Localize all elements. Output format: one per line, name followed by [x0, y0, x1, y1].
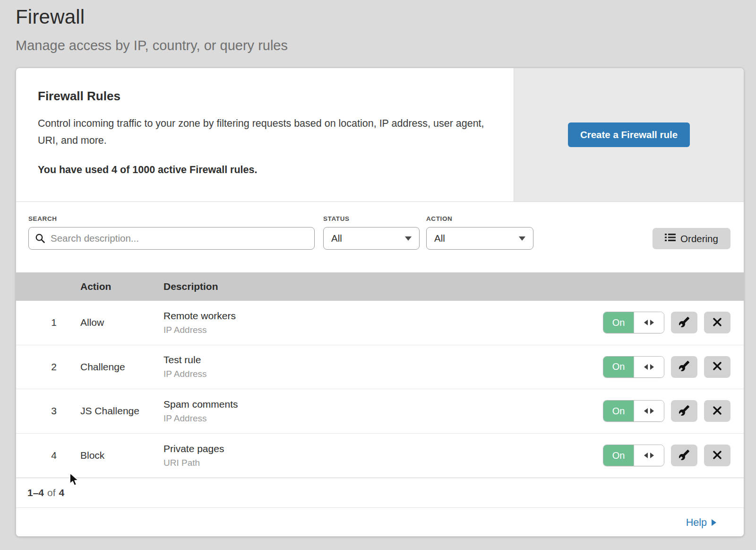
create-firewall-rule-button[interactable]: Create a Firewall rule	[568, 122, 690, 147]
x-icon	[713, 361, 722, 372]
rule-enabled-toggle[interactable]: On	[603, 445, 664, 466]
table-header: Action Description	[16, 272, 744, 301]
rule-enabled-toggle[interactable]: On	[603, 356, 664, 378]
rule-priority: 1	[27, 317, 80, 328]
rules-heading: Firewall Rules	[38, 89, 495, 104]
ordering-button-label: Ordering	[680, 233, 718, 244]
pagination-bar: 1–4 of 4	[16, 478, 744, 507]
table-row: 3 JS Challenge Spam comments IP Address …	[16, 389, 744, 434]
toggle-on-label: On	[603, 401, 634, 421]
pagination-total: 4	[59, 487, 65, 498]
delete-rule-button[interactable]	[704, 400, 730, 422]
rule-description: Spam comments	[163, 399, 603, 410]
rule-match-type: IP Address	[163, 413, 603, 424]
rule-action: Challenge	[80, 361, 163, 373]
rule-description: Remote workers	[163, 310, 603, 322]
rule-action: Block	[80, 450, 163, 461]
rule-match-type: IP Address	[163, 369, 603, 379]
rule-description-cell: Spam comments IP Address	[163, 399, 603, 424]
delete-rule-button[interactable]	[704, 356, 730, 378]
edit-rule-button[interactable]	[671, 400, 697, 422]
chevron-down-icon	[405, 236, 412, 241]
table-row: 1 Allow Remote workers IP Address On	[16, 301, 744, 345]
delete-rule-button[interactable]	[704, 445, 730, 466]
left-right-arrows-icon	[634, 401, 664, 421]
edit-rule-button[interactable]	[671, 312, 697, 333]
left-right-arrows-icon	[634, 312, 664, 333]
rule-action: Allow	[80, 317, 163, 328]
rule-enabled-toggle[interactable]: On	[603, 400, 664, 422]
rule-priority: 4	[27, 450, 80, 461]
create-rule-panel: Create a Firewall rule	[514, 68, 744, 201]
rule-match-type: IP Address	[163, 325, 603, 335]
header-description-col: Description	[163, 281, 744, 292]
pagination-range: 1–4	[27, 487, 44, 498]
rule-priority: 3	[27, 405, 80, 417]
help-bar: Help	[16, 507, 744, 537]
edit-rule-button[interactable]	[671, 356, 697, 378]
header-action-col: Action	[80, 281, 163, 292]
ordering-button[interactable]: Ordering	[653, 228, 730, 249]
status-select-value: All	[331, 233, 342, 244]
row-controls: On	[603, 356, 730, 378]
search-icon	[35, 233, 45, 245]
table-row: 2 Challenge Test rule IP Address On	[16, 345, 744, 390]
rule-description-cell: Test rule IP Address	[163, 354, 603, 379]
rule-action: JS Challenge	[80, 405, 163, 417]
x-icon	[713, 450, 722, 461]
row-controls: On	[603, 312, 730, 333]
wrench-icon	[679, 360, 690, 373]
firewall-rules-card: Firewall Rules Control incoming traffic …	[16, 68, 744, 537]
arrow-right-icon	[712, 519, 716, 526]
chevron-down-icon	[519, 236, 525, 241]
rules-usage-note: You have used 4 of 1000 active Firewall …	[38, 164, 495, 176]
rules-description: Control incoming traffic to your zone by…	[38, 115, 484, 149]
table-row: 4 Block Private pages URI Path On	[16, 434, 744, 478]
rules-info-text: Firewall Rules Control incoming traffic …	[16, 68, 514, 201]
left-right-arrows-icon	[634, 445, 664, 466]
rule-enabled-toggle[interactable]: On	[603, 312, 664, 333]
rule-description: Private pages	[163, 443, 603, 454]
rule-description: Test rule	[163, 354, 603, 366]
search-label: SEARCH	[28, 215, 57, 222]
x-icon	[713, 317, 722, 328]
action-label: ACTION	[426, 215, 452, 222]
help-link-label: Help	[686, 517, 707, 529]
status-label: STATUS	[323, 215, 350, 222]
toggle-on-label: On	[603, 357, 634, 377]
wrench-icon	[679, 316, 690, 329]
page-subtitle: Manage access by IP, country, or query r…	[16, 38, 288, 53]
rule-priority: 2	[27, 361, 80, 373]
rule-description-cell: Remote workers IP Address	[163, 310, 603, 335]
action-select[interactable]: All	[426, 227, 533, 250]
delete-rule-button[interactable]	[704, 312, 730, 333]
filter-bar: SEARCH STATUS ACTION All All Ordering	[16, 201, 744, 272]
x-icon	[713, 406, 722, 417]
left-right-arrows-icon	[634, 357, 664, 377]
pagination-of-text: of	[47, 487, 56, 498]
help-link[interactable]: Help	[686, 517, 716, 529]
rule-match-type: URI Path	[163, 458, 603, 468]
wrench-icon	[679, 449, 690, 462]
toggle-on-label: On	[603, 312, 634, 333]
row-controls: On	[603, 400, 730, 422]
row-controls: On	[603, 445, 730, 466]
action-select-value: All	[434, 233, 445, 244]
ordered-list-icon	[665, 232, 676, 245]
rules-list: 1 Allow Remote workers IP Address On	[16, 301, 744, 478]
page-title: Firewall	[16, 6, 85, 28]
edit-rule-button[interactable]	[671, 445, 697, 466]
status-select[interactable]: All	[323, 227, 420, 250]
toggle-on-label: On	[603, 445, 634, 466]
rule-description-cell: Private pages URI Path	[163, 443, 603, 468]
search-field-wrap	[28, 227, 315, 250]
rules-info-section: Firewall Rules Control incoming traffic …	[16, 68, 744, 201]
wrench-icon	[679, 405, 690, 418]
search-input[interactable]	[28, 227, 315, 250]
